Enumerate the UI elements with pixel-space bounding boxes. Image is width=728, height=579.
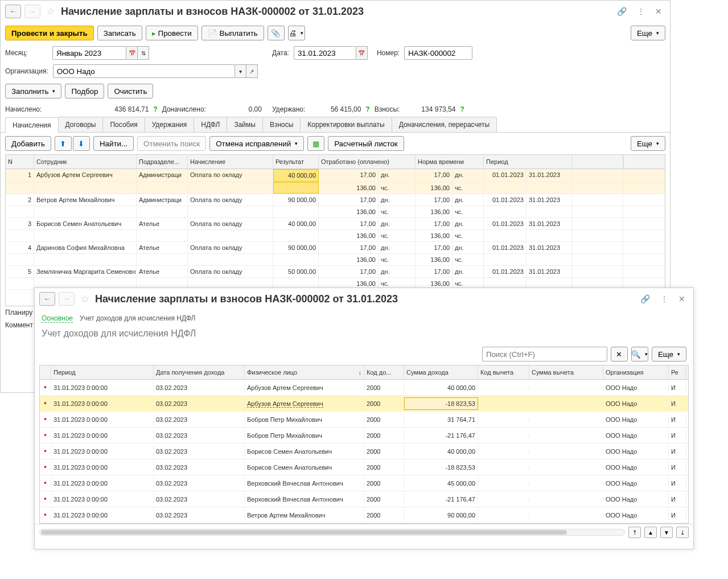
col-employee[interactable]: Сотрудник [34, 155, 137, 169]
move-up-button[interactable]: ⬆ [55, 136, 72, 151]
open-icon[interactable]: ↗ [246, 64, 258, 78]
help-icon[interactable]: ? [460, 105, 464, 113]
cancel-corrections-button[interactable]: Отмена исправлений▾ [209, 136, 304, 151]
tab-8[interactable]: Доначисления, перерасчеты [392, 117, 497, 132]
tab-0[interactable]: Начисления [5, 117, 59, 133]
table-row[interactable]: 2Ветров Артем МихайловичАдминистрациОпла… [6, 194, 665, 206]
nav-back-button[interactable]: ← [39, 292, 55, 306]
menu-icon[interactable]: ⋮ [634, 6, 648, 17]
favorite-star-icon[interactable]: ☆ [80, 293, 89, 305]
col-deduction-code[interactable]: Код вычета [478, 366, 529, 379]
table-row[interactable]: 3Борисов Семен АнатольевичАтельеОплата п… [6, 218, 665, 230]
move-down-button[interactable]: ⬇ [73, 136, 90, 151]
table-row-sub[interactable]: 136,00чс.136,00чс. [6, 182, 665, 194]
col-income-date[interactable]: Дата получения дохода [154, 366, 245, 379]
scroll-bottom-button[interactable]: ⤓ [676, 527, 689, 538]
pick-button[interactable]: Подбор [65, 84, 104, 98]
more-button-2[interactable]: Еще▾ [652, 347, 686, 362]
col-department[interactable]: Подразделе... [137, 155, 188, 169]
income-row[interactable]: •31.01.2023 0:00:0003.02.2023Верховский … [40, 475, 688, 491]
income-row[interactable]: •31.01.2023 0:00:0003.02.2023Верховский … [40, 491, 688, 507]
help-icon[interactable]: ? [365, 105, 369, 113]
fill-button[interactable]: Заполнить▾ [5, 84, 61, 98]
table-row[interactable]: 5Земляничка Маргарита СеменовнаАтельеОпл… [6, 266, 665, 278]
col-amount[interactable]: Сумма дохода [404, 366, 478, 379]
clear-search-button[interactable]: ✕ [611, 347, 628, 362]
spinner-icon[interactable]: ⇅ [138, 46, 149, 60]
income-row[interactable]: •31.01.2023 0:00:0003.02.2023Ветров Арте… [40, 507, 688, 523]
col-period[interactable]: Период [51, 366, 154, 379]
link-icon[interactable]: 🔗 [637, 293, 653, 305]
link-tab-ndfl[interactable]: Учет доходов для исчисления НДФЛ [80, 314, 196, 323]
nav-forward-button[interactable]: → [59, 292, 75, 306]
income-row[interactable]: •31.01.2023 0:00:0003.02.2023Бобров Петр… [40, 428, 688, 444]
nav-back-button[interactable]: ← [5, 5, 21, 18]
scrollbar[interactable] [623, 155, 632, 169]
add-button[interactable]: Добавить [5, 136, 51, 151]
find-button[interactable]: Найти... [93, 136, 134, 151]
post-button[interactable]: ▸Провести [146, 26, 198, 40]
calendar-icon[interactable]: 📅 [126, 46, 138, 60]
close-icon[interactable]: ✕ [652, 6, 665, 17]
income-row[interactable]: •31.01.2023 0:00:0003.02.2023Арбузов Арт… [40, 396, 688, 412]
tab-4[interactable]: НДФЛ [194, 117, 227, 132]
tab-6[interactable]: Взносы [262, 117, 301, 132]
col-worked[interactable]: Отработано (оплачено) [319, 155, 416, 169]
search-dropdown-button[interactable]: 🔍▾ [631, 347, 648, 362]
dropdown-icon[interactable]: ▾ [235, 64, 246, 78]
attach-button[interactable]: 📎 [268, 26, 285, 40]
col-norm[interactable]: Норма времени [416, 155, 484, 169]
income-row[interactable]: •31.01.2023 0:00:0003.02.2023Арбузов Арт… [40, 380, 688, 396]
search-input[interactable] [482, 347, 607, 362]
tab-7[interactable]: Корректировки выплаты [300, 117, 392, 132]
number-input[interactable] [404, 46, 472, 60]
cancel-search-button[interactable]: Отменить поиск [137, 136, 206, 151]
save-button[interactable]: Записать [97, 26, 142, 40]
table-row-sub[interactable]: 136,00чс.136,00чс. [6, 230, 665, 242]
scroll-up-button[interactable]: ▲ [644, 527, 657, 538]
nav-forward-button[interactable]: → [24, 5, 40, 18]
clear-button[interactable]: Очистить [108, 84, 153, 98]
scroll-top-button[interactable]: ⤒ [628, 527, 641, 538]
col-n[interactable]: N [6, 155, 34, 169]
payslip-button[interactable]: Расчетный листок [328, 136, 404, 151]
post-and-close-button[interactable]: Провести и закрыть [5, 26, 94, 40]
date-input[interactable] [294, 46, 356, 60]
tab-5[interactable]: Займы [227, 117, 263, 132]
month-input[interactable] [52, 46, 126, 60]
col-deduction-amount[interactable]: Сумма вычета [529, 366, 603, 379]
scroll-down-button[interactable]: ▼ [660, 527, 673, 538]
table-more-button[interactable]: Еще▾ [631, 136, 665, 151]
col-code[interactable]: Код до... [364, 366, 404, 379]
columns-button[interactable]: ▦ [307, 136, 324, 151]
more-button[interactable]: Еще▾ [631, 26, 665, 40]
income-row[interactable]: •31.01.2023 0:00:0003.02.2023Борисов Сем… [40, 459, 688, 475]
tab-2[interactable]: Пособия [102, 117, 145, 132]
col-re[interactable]: Ре [669, 366, 686, 379]
tab-3[interactable]: Удержания [145, 117, 195, 132]
calendar-icon[interactable]: 📅 [356, 46, 368, 60]
income-row[interactable]: •31.01.2023 0:00:0003.02.2023Борисов Сем… [40, 444, 688, 459]
link-icon[interactable]: 🔗 [614, 6, 630, 17]
link-tab-main[interactable]: Основное [42, 314, 73, 323]
pay-button[interactable]: 📄Выплатить [201, 26, 264, 40]
col-org[interactable]: Организация [603, 366, 669, 379]
col-period[interactable]: Период [484, 155, 572, 169]
income-row[interactable]: •31.01.2023 0:00:0003.02.2023Бобров Петр… [40, 412, 688, 428]
close-icon[interactable]: ✕ [675, 293, 689, 305]
col-result[interactable]: Результат [273, 155, 319, 169]
col-person[interactable]: Физическое лицо ↓ [245, 366, 364, 379]
org-input[interactable] [53, 64, 235, 78]
menu-icon[interactable]: ⋮ [657, 293, 672, 305]
table-row[interactable]: 4Даринова София МихайловнаАтельеОплата п… [6, 242, 665, 254]
print-dropdown-button[interactable]: 🖨▾ [288, 26, 305, 40]
tab-1[interactable]: Договоры [58, 117, 104, 132]
favorite-star-icon[interactable]: ☆ [46, 5, 55, 18]
table-row[interactable]: 1Арбузов Артем СергеевичАдминистрациОпла… [6, 169, 665, 182]
help-icon[interactable]: ? [153, 105, 157, 113]
table-header: N Сотрудник Подразделе... Начисление Рез… [6, 155, 665, 169]
horizontal-scrollbar[interactable] [39, 529, 625, 536]
table-row-sub[interactable]: 136,00чс.136,00чс. [6, 206, 665, 218]
col-accrual[interactable]: Начисление [188, 155, 273, 169]
table-row-sub[interactable]: 136,00чс.136,00чс. [6, 254, 665, 266]
